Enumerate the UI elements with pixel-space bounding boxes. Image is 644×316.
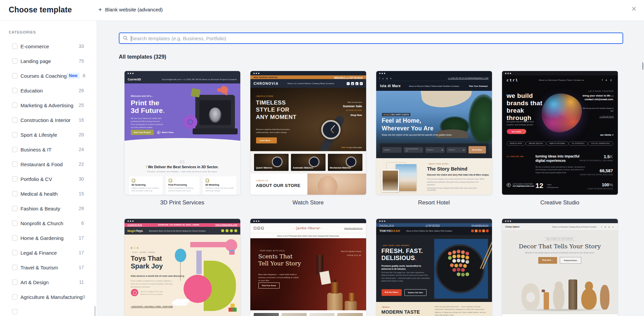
gallery-photo — [382, 170, 399, 192]
category-item-art-design[interactable]: Art & Design11 — [0, 275, 97, 290]
window-dots-icon — [379, 73, 385, 74]
play-icon: ▶ — [157, 131, 160, 134]
site-nav: Bestsellers About Us Deal of the Month C… — [149, 230, 205, 232]
category-item-courses-coaching[interactable]: Courses & CoachingNew8 — [0, 68, 97, 83]
category-item-home-gardening[interactable]: Home & Gardening17 — [0, 231, 97, 245]
category-item-ecommerce[interactable]: E-commerce33 — [0, 39, 97, 54]
calendar-icon: ▦ — [463, 149, 465, 151]
template-card-resort-hotel[interactable]: f y ◎ ▸+1 (234) 567 89 00 ISLAREMARE@EMA… — [376, 71, 492, 206]
social-icons: f y ◎ ▸ — [380, 77, 393, 79]
hero-button: Start Your Project — [131, 130, 154, 135]
bottle-graphic — [331, 282, 339, 294]
checkbox[interactable] — [12, 220, 17, 226]
watch-graphic — [321, 120, 341, 139]
checkbox[interactable] — [12, 117, 17, 123]
category-item-nonprofit-church[interactable]: Nonprofit & Church6 — [0, 216, 97, 231]
process-icon — [168, 179, 172, 182]
template-card-cozyspace[interactable]: CozySpace About us Inspiration Catalog N… — [502, 218, 618, 316]
template-card-magictoys[interactable]: +1 (234) 567 89 00SHOWROOM: 1234 KENMONT… — [124, 218, 241, 316]
dialog-header: Choose template + Blank website (advance… — [0, 0, 644, 21]
plus-icon: + — [98, 6, 102, 13]
book-now-button: Book Now — [468, 146, 486, 153]
search-icon — [123, 36, 128, 41]
checkbox[interactable] — [12, 191, 17, 196]
palm-graphic — [468, 94, 492, 144]
bottle-graphic — [349, 293, 355, 302]
template-thumbnail[interactable]: CozySpace About us Inspiration Catalog N… — [502, 218, 618, 316]
checkbox[interactable] — [12, 88, 17, 93]
category-item-travel-tourism[interactable]: Travel & Tourism17 — [0, 260, 97, 275]
category-count: 26 — [79, 88, 84, 93]
template-thumbnail[interactable]: f y ◎ ▸+1 (234) 567 89 00 ISLAREMARE@EMA… — [376, 71, 492, 195]
category-item-marketing-advertising[interactable]: Marketing & Advertising25 — [0, 98, 97, 113]
site-nav: About us Services Projects Team Contact … — [539, 79, 584, 81]
blob-graphic — [542, 93, 582, 132]
template-search — [119, 33, 623, 44]
category-item-medical-health[interactable]: Medical & health15 — [0, 186, 97, 201]
category-item-agriculture-manufacturing[interactable]: Agriculture & Manufacturing9 — [0, 290, 97, 304]
category-item-construction-interior[interactable]: Construction & Interior16 — [0, 113, 97, 127]
checkbox[interactable] — [12, 279, 17, 285]
balloon-graphic — [175, 249, 186, 262]
checkbox[interactable] — [12, 206, 17, 211]
category-item-landing-page[interactable]: Landing page75 — [0, 54, 97, 68]
social-icons: f◎▸y — [347, 82, 363, 85]
category-item-portfolio-cv[interactable]: Portfolio & CV30 — [0, 172, 97, 186]
browser-bar — [376, 219, 492, 223]
category-item-legal-finance[interactable]: Legal & Finance17 — [0, 245, 97, 260]
calendar-icon: ▦ — [442, 149, 443, 151]
sidebar-scrollbar-thumb[interactable] — [94, 306, 96, 316]
checkbox[interactable] — [12, 162, 17, 167]
window-dots-icon — [379, 220, 385, 222]
checkbox[interactable] — [12, 132, 17, 137]
templates-panel: All templates (329) Curve3D 3d.print@ema… — [97, 21, 644, 316]
template-card-watch-store[interactable]: FREE SHIPPING FROM $50NEED HELP? +1 (234… — [250, 71, 366, 206]
category-count: 75 — [79, 58, 84, 64]
template-card-jardin-obscur[interactable]: f◎▸ - Jardin Obscur - jardinobscur@email… — [250, 218, 366, 316]
template-thumbnail[interactable]: +1 (234) 567 89 00SHOWROOM: 1234 KENMONT… — [124, 218, 241, 316]
template-card-3d-print-services[interactable]: Curve3D 3d.print@email.com • +1 (234) 56… — [124, 71, 241, 206]
checkbox[interactable] — [12, 147, 17, 152]
site-logo: - Jardin Obscur - — [250, 227, 366, 230]
chevron-down-icon: ▾ — [420, 149, 422, 151]
checkbox[interactable] — [12, 58, 17, 64]
checkbox[interactable] — [12, 103, 17, 108]
checkbox[interactable] — [12, 294, 17, 300]
site-logo: TOKYODASH — [380, 229, 400, 233]
category-item-business-it[interactable]: Business & IT24 — [0, 142, 97, 157]
site-nav: About us Rooms Gallery Testimonials Faci… — [409, 85, 459, 87]
site-nav: About us How It Works Our Menu Gallery F… — [406, 230, 452, 232]
search-input[interactable] — [131, 36, 619, 41]
close-icon[interactable]: ✕ — [631, 6, 637, 12]
checkbox[interactable] — [12, 309, 17, 314]
checkbox[interactable] — [12, 250, 17, 255]
hero-button: let's work — [507, 129, 526, 134]
template-thumbnail[interactable]: ctrl About us Services Projects Team Con… — [502, 71, 618, 195]
model-photo — [307, 174, 366, 195]
checkbox[interactable] — [12, 265, 17, 270]
hero-button: Featured Items — [560, 257, 581, 264]
site-nav: About us Inspiration Catalog News & Arti… — [552, 226, 597, 228]
categories-heading: CATEGORIES — [9, 30, 97, 35]
category-item-fashion-beauty[interactable]: Fashion & Beauty28 — [0, 201, 97, 216]
checkbox[interactable] — [12, 44, 17, 49]
hero-button: Explore Our Sets — [404, 289, 427, 296]
checkbox[interactable] — [12, 235, 17, 241]
template-thumbnail[interactable]: Open 8 am - 10 pm+1 (234) 567 89 00tokyo… — [376, 218, 492, 316]
category-item-sport-lifestyle[interactable]: Sport & Lifestyle20 — [0, 127, 97, 142]
template-card-tokyodash[interactable]: Open 8 am - 10 pm+1 (234) 567 89 00tokyo… — [376, 218, 492, 316]
template-thumbnail[interactable]: Curve3D 3d.print@email.com • +1 (234) 56… — [124, 71, 241, 195]
checkbox[interactable] — [12, 73, 17, 78]
category-item-restaurant-food[interactable]: Restaurant & Food22 — [0, 157, 97, 172]
blank-website-button[interactable]: + Blank website (advanced) — [98, 6, 163, 13]
page-scrollbar-thumb[interactable] — [642, 62, 643, 70]
checkbox[interactable] — [12, 176, 17, 182]
window-dots-icon — [505, 73, 511, 74]
category-count: 24 — [79, 147, 84, 152]
template-card-creative-studio[interactable]: ctrl About us Services Projects Team Con… — [502, 71, 618, 206]
site-logo: ctrl — [507, 78, 519, 82]
category-item-education[interactable]: Education26 — [0, 83, 97, 98]
category-item-partial[interactable] — [0, 304, 97, 316]
template-thumbnail[interactable]: f◎▸ - Jardin Obscur - jardinobscur@email… — [250, 218, 366, 316]
template-thumbnail[interactable]: FREE SHIPPING FROM $50NEED HELP? +1 (234… — [250, 71, 366, 195]
